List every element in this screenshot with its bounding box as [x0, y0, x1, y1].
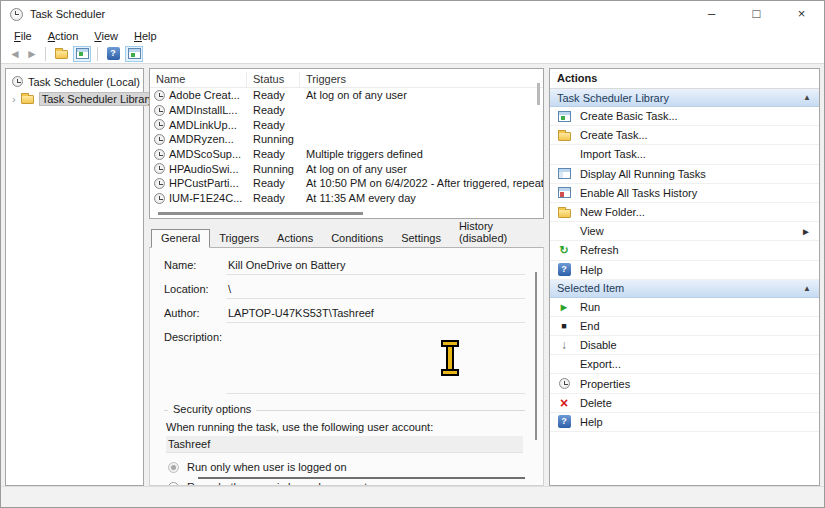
- action-new-folder[interactable]: New Folder...: [550, 203, 819, 222]
- radio-run-logged-on-or-not[interactable]: Run whether user is logged on or not: [166, 481, 523, 486]
- action-disable[interactable]: ↓ Disable: [550, 336, 819, 355]
- task-icon: [154, 163, 165, 174]
- table-row[interactable]: AMDInstallL... Ready: [150, 103, 543, 118]
- back-icon[interactable]: ◄: [8, 47, 22, 61]
- action-label: Import Task...: [580, 148, 811, 160]
- action-end[interactable]: ■ End: [550, 317, 819, 336]
- tab-history[interactable]: History (disabled): [450, 218, 544, 247]
- action-pane-icon: [128, 48, 141, 59]
- display-running-tasks-icon: [558, 168, 571, 179]
- action-help-selected[interactable]: ? Help: [550, 413, 819, 432]
- menu-file[interactable]: File: [6, 28, 40, 44]
- column-header-triggers[interactable]: Triggers: [300, 72, 543, 87]
- action-view[interactable]: View ►: [550, 222, 819, 241]
- action-properties[interactable]: Properties: [550, 374, 819, 393]
- folder-export-icon: [55, 50, 68, 59]
- tab-triggers[interactable]: Triggers: [210, 230, 268, 247]
- task-status: Ready: [247, 192, 300, 204]
- tab-settings[interactable]: Settings: [392, 230, 450, 247]
- column-header-status[interactable]: Status: [247, 72, 300, 87]
- action-label: Properties: [580, 378, 811, 390]
- task-name: HPAudioSwi...: [169, 163, 239, 175]
- action-refresh[interactable]: ↻ Refresh: [550, 241, 819, 260]
- tab-general[interactable]: General: [151, 229, 210, 248]
- action-export[interactable]: Export...: [550, 355, 819, 374]
- tab-conditions[interactable]: Conditions: [322, 230, 392, 247]
- section-header-label: Selected Item: [557, 282, 624, 294]
- radio-label: Run only when user is logged on: [187, 461, 347, 473]
- menu-view[interactable]: View: [86, 28, 126, 44]
- details-horizontal-scrollbar[interactable]: [198, 477, 525, 479]
- table-row[interactable]: AMDScoSup... Ready Multiple triggers def…: [150, 147, 543, 162]
- collapse-icon[interactable]: ▲: [803, 93, 811, 102]
- task-list-header: Name Status Triggers: [150, 71, 543, 88]
- action-label: Run: [580, 301, 811, 313]
- details-tabs: General Triggers Actions Conditions Sett…: [149, 228, 544, 247]
- task-triggers: At 10:50 PM on 6/4/2022 - After triggere…: [300, 177, 543, 189]
- table-row[interactable]: HPAudioSwi... Running At log on of any u…: [150, 161, 543, 176]
- show-action-pane-button[interactable]: [125, 46, 143, 62]
- radio-button[interactable]: [168, 482, 179, 487]
- new-folder-icon: [558, 209, 571, 218]
- description-field[interactable]: [226, 330, 525, 394]
- menu-bar: File Action View Help: [1, 27, 824, 44]
- action-display-all-running-tasks[interactable]: Display All Running Tasks: [550, 165, 819, 184]
- radio-button-selected[interactable]: [168, 462, 179, 473]
- task-scheduler-window: Task Scheduler – □ × File Action View He…: [0, 0, 825, 508]
- task-status: Running: [247, 133, 300, 145]
- action-label: Help: [580, 264, 811, 276]
- action-run[interactable]: ► Run: [550, 298, 819, 317]
- create-task-icon: [558, 132, 571, 141]
- actions-pane: Actions Task Scheduler Library ▲ Create …: [549, 68, 820, 486]
- section-task-scheduler-library[interactable]: Task Scheduler Library ▲: [550, 89, 819, 107]
- section-selected-item[interactable]: Selected Item ▲: [550, 280, 819, 298]
- action-help[interactable]: ? Help: [550, 261, 819, 280]
- no-icon: [557, 357, 571, 371]
- column-header-name[interactable]: Name: [150, 72, 247, 87]
- end-icon: ■: [557, 319, 571, 333]
- task-status: Ready: [247, 148, 300, 160]
- maximize-button[interactable]: □: [734, 1, 779, 27]
- task-name-value: Kill OneDrive on Battery: [226, 258, 525, 275]
- description-label: Description:: [164, 330, 226, 343]
- task-list-vertical-scrollbar[interactable]: [537, 83, 540, 105]
- action-create-basic-task[interactable]: Create Basic Task...: [550, 107, 819, 126]
- task-triggers: At log on of any user: [300, 89, 543, 101]
- minimize-button[interactable]: –: [689, 1, 734, 27]
- window-title: Task Scheduler: [30, 8, 689, 20]
- tree-item-root[interactable]: Task Scheduler (Local): [6, 73, 143, 90]
- collapse-icon[interactable]: ▲: [803, 284, 811, 293]
- table-row[interactable]: AMDRyzen... Running: [150, 132, 543, 147]
- show-console-tree-button[interactable]: [73, 46, 91, 62]
- menu-action[interactable]: Action: [40, 28, 87, 44]
- close-button[interactable]: ×: [779, 1, 824, 27]
- action-import-task[interactable]: Import Task...: [550, 145, 819, 164]
- task-list-horizontal-scrollbar[interactable]: [158, 212, 363, 215]
- action-create-task[interactable]: Create Task...: [550, 126, 819, 145]
- tree-item-library[interactable]: › Task Scheduler Library: [6, 90, 143, 107]
- forward-icon[interactable]: ►: [25, 47, 39, 61]
- enable-tasks-history-icon: [558, 187, 571, 198]
- toolbar-separator-2: [97, 47, 98, 61]
- task-scheduler-icon: [12, 76, 23, 87]
- action-label: Refresh: [580, 244, 811, 256]
- menu-help[interactable]: Help: [126, 28, 165, 44]
- task-status: Ready: [247, 119, 300, 131]
- export-list-button[interactable]: [52, 46, 70, 62]
- tree-expander-icon[interactable]: ›: [12, 93, 16, 105]
- action-label: Export...: [580, 358, 811, 370]
- action-delete[interactable]: × Delete: [550, 394, 819, 413]
- details-vertical-scrollbar[interactable]: [535, 272, 537, 440]
- table-row[interactable]: HPCustParti... Ready At 10:50 PM on 6/4/…: [150, 176, 543, 191]
- task-list: Name Status Triggers Adobe Creat... Read…: [149, 68, 544, 219]
- run-icon: ►: [557, 300, 571, 314]
- help-toolbar-button[interactable]: ?: [104, 46, 122, 62]
- table-row[interactable]: IUM-F1E24C... Ready At 11:35 AM every da…: [150, 191, 543, 206]
- table-row[interactable]: AMDLinkUp... Ready: [150, 117, 543, 132]
- task-triggers: At 11:35 AM every day: [300, 192, 543, 204]
- tab-actions[interactable]: Actions: [268, 230, 322, 247]
- table-row[interactable]: Adobe Creat... Ready At log on of any us…: [150, 88, 543, 103]
- action-enable-all-tasks-history[interactable]: Enable All Tasks History: [550, 184, 819, 203]
- task-icon: [154, 119, 165, 130]
- radio-run-logged-on[interactable]: Run only when user is logged on: [166, 461, 523, 473]
